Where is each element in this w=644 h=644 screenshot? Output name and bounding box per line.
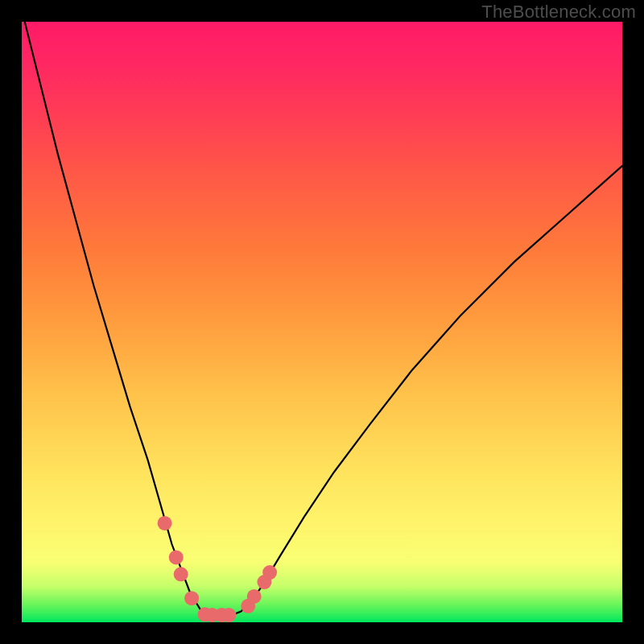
chart-svg <box>22 22 622 622</box>
chart-marker <box>221 608 236 622</box>
chart-marker <box>158 516 172 530</box>
chart-markers <box>158 516 278 622</box>
chart-marker <box>174 567 188 581</box>
chart-marker <box>169 550 184 564</box>
watermark-text: TheBottleneck.com <box>481 2 636 23</box>
bottleneck-curve <box>22 22 622 615</box>
chart-marker <box>262 565 277 580</box>
chart-frame: TheBottleneck.com <box>0 0 644 644</box>
chart-marker <box>184 591 199 605</box>
chart-plot-area <box>22 22 622 622</box>
chart-marker <box>247 589 262 604</box>
